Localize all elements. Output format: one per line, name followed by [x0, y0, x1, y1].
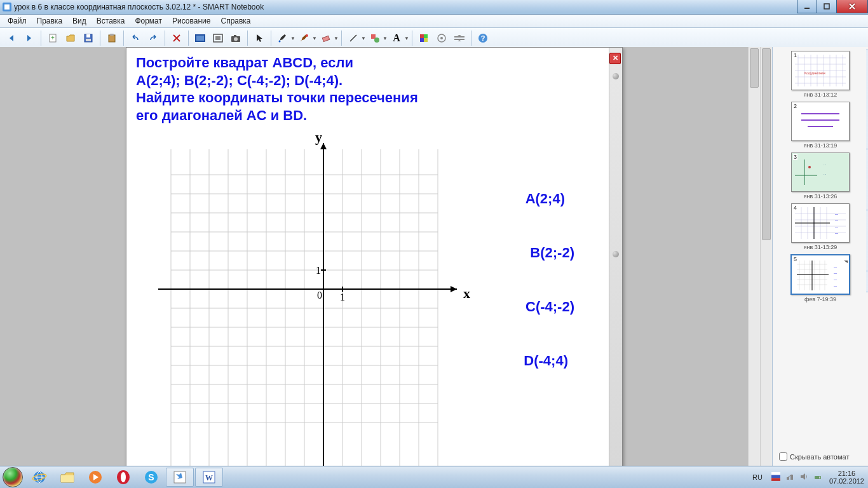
menu-draw[interactable]: Рисование — [167, 15, 215, 27]
svg-text:—: — — [834, 265, 837, 269]
system-tray: RU 21:16 07.02.2012 — [749, 470, 868, 485]
tray-clock[interactable]: 21:16 07.02.2012 — [829, 470, 864, 485]
taskbar-notebook-icon[interactable] — [166, 468, 194, 487]
capture-button[interactable] — [228, 30, 243, 46]
point-a-label[interactable]: A(2;4) — [526, 191, 565, 207]
shape-button[interactable] — [367, 30, 383, 46]
page-scrollbar[interactable] — [748, 47, 760, 466]
page-thumbnail[interactable]: 1 Координатная янв 31-13:12 — [775, 51, 865, 98]
svg-point-96 — [808, 166, 811, 168]
menu-help[interactable]: Справка — [215, 15, 255, 27]
paste-button[interactable] — [104, 30, 119, 46]
toolbar-sep — [165, 30, 165, 46]
unit-y-label: 1 — [316, 265, 321, 276]
maximize-button[interactable] — [817, 0, 837, 13]
page-thumbnail[interactable]: 2 янв 31-13:19 — [775, 102, 865, 149]
svg-line-28 — [350, 35, 356, 41]
properties-button[interactable] — [434, 30, 449, 46]
svg-rect-146 — [771, 478, 780, 481]
save-button[interactable] — [81, 30, 96, 46]
svg-text:—: — — [834, 278, 837, 281]
taskbar-word-icon[interactable]: W — [195, 468, 223, 487]
svg-point-22 — [234, 37, 238, 41]
page-handle-icon[interactable] — [613, 251, 619, 257]
workspace: Постройте квадрат ABCD, если A(2;4); B(2… — [0, 47, 868, 466]
svg-text:—: — — [835, 219, 838, 222]
svg-rect-20 — [215, 36, 220, 40]
start-button[interactable] — [0, 466, 25, 488]
move-toolbar-button[interactable] — [452, 30, 467, 46]
menu-view[interactable]: Вид — [67, 15, 92, 27]
select-button[interactable] — [252, 30, 267, 46]
creative-pen-button[interactable] — [297, 30, 312, 46]
taskbar-explorer-icon[interactable] — [54, 468, 81, 486]
page-close-button[interactable]: ✕ — [609, 53, 621, 64]
point-d-label[interactable]: D(-4;4) — [524, 353, 568, 369]
dropdown-icon[interactable]: ▼ — [334, 36, 339, 41]
help-button[interactable]: ? — [475, 30, 491, 46]
dropdown-icon[interactable]: ▼ — [383, 36, 388, 41]
menu-format[interactable]: Формат — [130, 15, 167, 27]
screen-shade-button[interactable] — [193, 30, 208, 46]
svg-rect-34 — [424, 38, 428, 42]
text-button[interactable]: A — [389, 30, 404, 46]
svg-text:W: W — [205, 473, 213, 482]
delete-button[interactable] — [169, 30, 184, 46]
page-thumbnail[interactable]: 4 ———— янв 31-13:29 — [775, 203, 865, 250]
coordinate-plane: 0 1 1 — [139, 130, 470, 466]
page-area: Постройте квадрат ABCD, если A(2;4); B(2… — [0, 47, 760, 466]
page-thumbnail[interactable]: 3 ······ янв 31-13:26 — [775, 152, 865, 200]
svg-text:···: ··· — [824, 172, 826, 176]
dropdown-icon[interactable]: ▼ — [312, 36, 317, 41]
taskbar-wmp-icon[interactable] — [82, 468, 109, 486]
undo-button[interactable] — [128, 30, 143, 46]
page-handle-icon[interactable] — [613, 73, 619, 79]
svg-marker-40 — [458, 40, 461, 41]
line-button[interactable] — [346, 30, 361, 46]
point-b-label[interactable]: B(2;-2) — [530, 245, 574, 261]
pen-button[interactable] — [275, 30, 290, 46]
tray-safely-remove-icon[interactable] — [813, 472, 824, 482]
notebook-page[interactable]: Постройте квадрат ABCD, если A(2;4); B(2… — [126, 47, 623, 466]
dropdown-icon[interactable]: ▼ — [361, 36, 366, 41]
taskbar-skype-icon[interactable]: S — [138, 468, 165, 486]
svg-rect-23 — [234, 35, 236, 37]
point-c-label[interactable]: C(-4;-2) — [526, 299, 574, 315]
dropdown-icon[interactable]: ▼ — [404, 36, 409, 41]
menu-insert[interactable]: Вставка — [92, 15, 130, 27]
eraser-button[interactable] — [318, 30, 334, 46]
tray-network-icon[interactable] — [785, 472, 796, 482]
new-page-button[interactable]: + — [45, 30, 60, 46]
autohide-checkbox[interactable]: Скрывать автомат — [776, 451, 849, 463]
taskbar-opera-icon[interactable] — [110, 468, 137, 486]
window-titlebar: урок в 6 в классе координатная плоскость… — [0, 0, 868, 15]
tray-flag-icon[interactable] — [771, 472, 782, 482]
svg-rect-11 — [86, 34, 90, 37]
next-page-button[interactable] — [22, 30, 37, 46]
toolbar-sep — [271, 30, 271, 46]
svg-marker-150 — [801, 473, 805, 480]
svg-point-25 — [279, 41, 281, 43]
close-button[interactable] — [836, 0, 868, 13]
toolbar-sep — [341, 30, 342, 46]
dropdown-icon[interactable]: ▼ — [290, 36, 295, 41]
svg-rect-93 — [792, 153, 849, 191]
page-thumbnail-active[interactable]: 5 ———— фев 7-19:39 — [775, 254, 865, 302]
redo-button[interactable] — [146, 30, 161, 46]
language-indicator[interactable]: RU — [749, 471, 766, 483]
svg-text:···: ··· — [824, 163, 826, 166]
open-button[interactable] — [63, 30, 78, 46]
svg-rect-38 — [454, 39, 465, 40]
svg-text:—: — — [835, 212, 838, 216]
menu-edit[interactable]: Правка — [32, 15, 68, 27]
thumbs-scrollbar[interactable] — [760, 47, 772, 466]
svg-rect-37 — [454, 36, 465, 37]
fullscreen-button[interactable] — [210, 30, 226, 46]
taskbar-ie-icon[interactable] — [26, 468, 53, 486]
color-button[interactable] — [416, 30, 431, 46]
tray-volume-icon[interactable] — [799, 472, 810, 482]
prev-page-button[interactable] — [4, 30, 19, 46]
minimize-button[interactable] — [797, 0, 817, 13]
svg-rect-144 — [771, 472, 780, 475]
menu-file[interactable]: Файл — [3, 15, 32, 27]
